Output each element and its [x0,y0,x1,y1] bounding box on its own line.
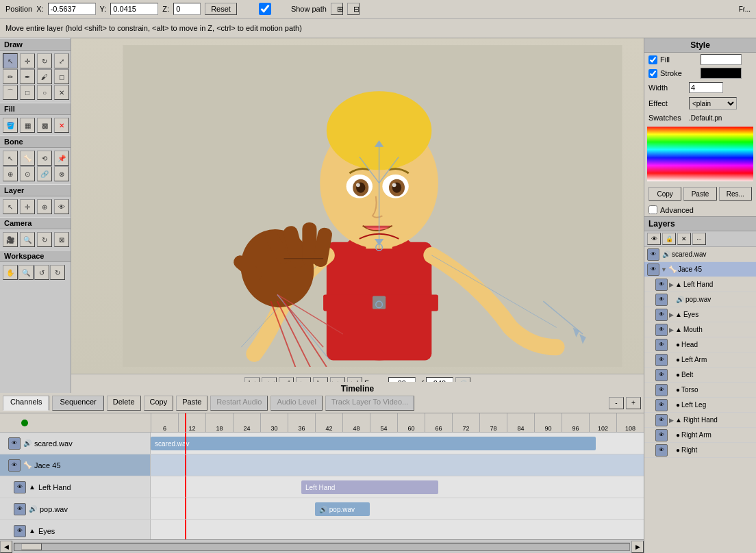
color-picker[interactable] [647,127,753,181]
tool-bone-ik[interactable]: ⊙ [20,166,35,181]
tool-layer-select[interactable]: ↖ [3,199,18,214]
tool-camera-pan[interactable]: 🎥 [3,232,18,247]
zoom-in-btn[interactable]: + [626,397,641,409]
layer-row-leftarm[interactable]: 👁 ● Left Arm [644,352,756,368]
layer-more-btn[interactable]: ··· [692,233,706,245]
tool-layer-hide[interactable]: 👁 [54,199,69,214]
layer-eye-head[interactable]: 👁 [655,339,668,351]
tool-camera-rotate[interactable]: ↻ [37,232,52,247]
x-input[interactable] [48,3,96,15]
fill-color-box[interactable] [701,54,742,65]
tool-ws-hand[interactable]: ✋ [3,265,18,280]
tool-shape[interactable]: □ [20,85,35,100]
tool-bone-flex[interactable]: ⊕ [3,166,18,181]
tool-brush[interactable]: 🖌 [37,69,52,84]
layer-row-belt[interactable]: 👁 ● Belt [644,368,756,383]
layer-delete-btn[interactable]: ✕ [677,233,691,245]
eye-scared-wav[interactable]: 👁 [8,437,21,450]
width-input[interactable] [689,82,723,93]
layer-row-popwav[interactable]: 👁 🔊 pop.wav [644,292,756,307]
layer-eye-righthand[interactable]: 👁 [655,414,668,426]
track-jace45[interactable] [151,454,644,476]
tool-close[interactable]: ✕ [54,85,69,100]
copy-style-btn[interactable]: Copy [648,187,681,201]
paste-btn[interactable]: Paste [176,396,207,411]
layer-eye-mouth[interactable]: 👁 [655,324,668,336]
layer-lock-btn[interactable]: 🔒 [662,233,676,245]
scroll-left-btn[interactable]: ◀ [0,541,12,553]
reset-style-btn[interactable]: Res... [719,187,752,201]
stroke-color-box[interactable] [701,68,742,79]
expand-btn1[interactable]: ⊞ [331,3,343,15]
layer-row-lefthand[interactable]: 👁 ▶ ▲ Left Hand [644,277,756,292]
tool-bone-transform[interactable]: ⟲ [37,151,52,166]
layer-row-right[interactable]: 👁 ● Right [644,443,756,458]
track-lefthand[interactable]: Left Hand [151,476,644,498]
tool-scale[interactable]: ⤢ [54,53,69,68]
tool-fill-paint[interactable]: 🪣 [3,118,18,133]
reset-button[interactable]: Reset [205,3,237,15]
tool-bone-select[interactable]: ↖ [3,151,18,166]
eye-eyes[interactable]: 👁 [14,525,26,537]
tool-eraser[interactable]: ◻ [54,69,69,84]
tool-bone-link[interactable]: 🔗 [37,166,52,181]
effect-select[interactable]: <plain [689,97,737,110]
layer-row-rightarm[interactable]: 👁 ● Right Arm [644,428,756,443]
layer-eye-right[interactable]: 👁 [655,444,668,456]
tool-fill-pattern[interactable]: ▩ [37,118,52,133]
tool-fill-none[interactable]: ✕ [54,118,69,133]
tool-bone-create[interactable]: 🦴 [20,151,35,166]
eye-popwav[interactable]: 👁 [14,503,26,515]
tool-lasso[interactable]: ⌒ [3,85,18,100]
layer-row-jace45[interactable]: 👁 ▼ 🦴 Jace 45 [644,262,756,277]
tool-oval[interactable]: ○ [37,85,52,100]
scroll-thumb[interactable] [21,543,42,550]
tool-ws-undo[interactable]: ↺ [34,265,49,280]
copy-btn[interactable]: Copy [144,396,174,411]
tool-arrow[interactable]: ↖ [3,53,18,68]
track-eyes[interactable] [151,520,644,539]
fill-checkbox[interactable] [648,55,657,64]
tool-layer-new[interactable]: ⊕ [37,199,52,214]
layer-row-righthand[interactable]: 👁 ▶ ▲ Right Hand [644,413,756,428]
layer-eye-jace[interactable]: 👁 [647,263,659,276]
tool-ws-redo[interactable]: ↻ [50,265,65,280]
layer-eye-leftleg[interactable]: 👁 [655,399,668,411]
layer-eye-scared[interactable]: 👁 [647,248,659,261]
sequencer-tab[interactable]: Sequencer [52,396,103,411]
scroll-right-btn[interactable]: ▶ [631,541,644,553]
layer-eye-eyes[interactable]: 👁 [655,309,668,321]
tool-layer-move[interactable]: ✛ [20,199,35,214]
layer-row-eyes[interactable]: 👁 ▶ ▲ Eyes [644,307,756,322]
layer-row-head[interactable]: 👁 ● Head [644,337,756,352]
track-popwav[interactable]: 🔊 pop.wav [151,498,644,519]
show-path-checkbox[interactable] [241,3,289,15]
layer-eye-rightarm[interactable]: 👁 [655,429,668,441]
channels-tab[interactable]: Channels [3,396,49,411]
tool-pencil[interactable]: ✒ [20,69,35,84]
eye-jace45[interactable]: 👁 [8,459,21,472]
delete-btn[interactable]: Delete [107,396,141,411]
layer-row-scared-wav[interactable]: 👁 🔊 scared.wav [644,247,756,262]
eye-lefthand[interactable]: 👁 [14,481,26,493]
tool-camera-reset[interactable]: ⊠ [54,232,69,247]
layer-eye-belt[interactable]: 👁 [655,369,668,381]
stroke-checkbox[interactable] [648,69,657,78]
layer-row-torso[interactable]: 👁 ● Torso [644,383,756,398]
y-input[interactable] [110,3,158,15]
canvas-area[interactable] [71,38,644,374]
scroll-track[interactable] [14,543,630,551]
expand-btn2[interactable]: ⊟ [347,3,360,15]
advanced-checkbox[interactable] [648,205,657,214]
tool-bone-pin[interactable]: 📌 [54,151,69,166]
layer-eye-lefthand[interactable]: 👁 [655,279,668,291]
tool-ws-zoom-in[interactable]: 🔍 [18,265,34,280]
layer-row-mouth[interactable]: 👁 ▶ ▲ Mouth [644,322,756,337]
paste-style-btn[interactable]: Paste [683,187,716,201]
character-canvas[interactable] [71,38,644,374]
z-input[interactable] [173,3,201,15]
layer-eye-torso[interactable]: 👁 [655,384,668,396]
layer-eye-leftarm[interactable]: 👁 [655,354,668,366]
tool-move[interactable]: ✛ [20,53,35,68]
tool-camera-zoom[interactable]: 🔍 [20,232,35,247]
